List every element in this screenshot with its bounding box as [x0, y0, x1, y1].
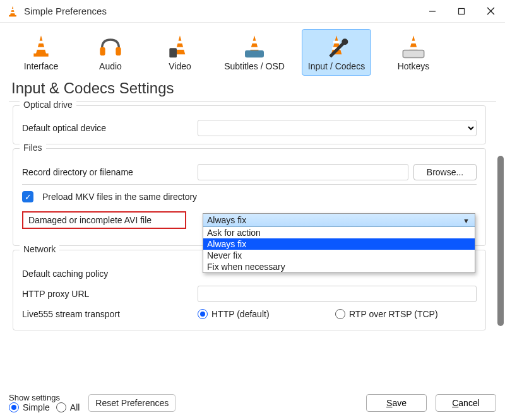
svg-rect-3 — [9, 15, 16, 16]
svg-rect-1 — [11, 8, 15, 9]
avi-file-label: Damaged or incomplete AVI file — [22, 211, 186, 229]
divider — [22, 184, 477, 185]
radio-icon — [335, 309, 345, 319]
category-tabs: Interface Audio Video Subtitles / OSD In… — [0, 23, 505, 76]
group-title: Files — [20, 143, 46, 153]
record-directory-label: Record directory or filename — [22, 167, 193, 177]
audio-icon — [97, 33, 124, 59]
tab-audio[interactable]: Audio — [83, 29, 138, 76]
svg-rect-23 — [333, 41, 340, 44]
show-settings-all-radio[interactable]: All — [56, 402, 80, 412]
group-files: Files Record directory or filename Brows… — [13, 148, 486, 246]
svg-rect-12 — [100, 47, 105, 55]
scrollbar[interactable] — [497, 156, 504, 326]
avi-dropdown-selected[interactable]: Always fix ▼ — [203, 214, 475, 227]
group-title: Optical drive — [20, 100, 76, 110]
tab-video[interactable]: Video — [153, 29, 207, 76]
svg-rect-29 — [403, 50, 424, 58]
divider — [9, 101, 496, 102]
input-codecs-icon — [323, 33, 350, 59]
avi-option-always[interactable]: Always fix — [203, 238, 475, 250]
settings-panel: Optical drive Default optical device Fil… — [0, 105, 505, 330]
live555-rtp-radio[interactable]: RTP over RTSP (TCP) — [335, 309, 438, 319]
chevron-down-icon: ▼ — [463, 217, 470, 225]
avi-file-dropdown[interactable]: Always fix ▼ Ask for action Always fix N… — [203, 213, 475, 273]
interface-icon — [27, 33, 55, 59]
radio-icon — [56, 402, 66, 412]
avi-option-never[interactable]: Never fix — [203, 250, 475, 261]
video-icon — [166, 33, 194, 59]
avi-option-when-necessary[interactable]: Fix when necessary — [203, 261, 475, 272]
svg-rect-17 — [169, 48, 177, 57]
svg-rect-21 — [245, 50, 264, 58]
group-optical-drive: Optical drive Default optical device — [13, 105, 486, 144]
preload-mkv-label: Preload MKV files in the same directory — [42, 192, 197, 202]
subtitles-icon — [241, 33, 268, 59]
titlebar: Simple Preferences — [0, 0, 505, 23]
footer: Show settings Simple All Reset Preferenc… — [0, 393, 505, 416]
tab-label: Subtitles / OSD — [224, 61, 285, 71]
maximize-button[interactable] — [447, 0, 476, 22]
vlc-cone-icon — [6, 5, 19, 18]
svg-rect-11 — [33, 54, 48, 57]
record-directory-input[interactable] — [198, 164, 408, 180]
page-title: Input & Codecs Settings — [0, 76, 505, 100]
tab-input-codecs[interactable]: Input / Codecs — [302, 29, 371, 76]
avi-option-ask[interactable]: Ask for action — [203, 227, 475, 238]
tab-label: Interface — [24, 61, 58, 71]
tab-interface[interactable]: Interface — [14, 29, 68, 76]
svg-point-25 — [342, 38, 348, 45]
radio-icon — [9, 402, 19, 412]
minimize-button[interactable] — [418, 0, 447, 22]
window-title: Simple Preferences — [6, 5, 418, 18]
cancel-button[interactable]: Cancel — [436, 394, 496, 412]
tab-subtitles[interactable]: Subtitles / OSD — [222, 29, 287, 76]
show-settings-simple-radio[interactable]: Simple — [9, 402, 50, 412]
svg-marker-0 — [10, 6, 15, 15]
close-button[interactable] — [476, 0, 505, 22]
browse-button[interactable]: Browse... — [413, 164, 477, 180]
http-proxy-label: HTTP proxy URL — [22, 289, 193, 299]
svg-rect-13 — [116, 47, 121, 55]
svg-rect-10 — [37, 47, 45, 50]
reset-preferences-button[interactable]: Reset Preferences — [88, 394, 175, 412]
svg-rect-9 — [38, 41, 44, 44]
tab-label: Input / Codecs — [308, 61, 365, 71]
svg-rect-19 — [251, 41, 258, 44]
caching-policy-label: Default caching policy — [22, 269, 193, 279]
svg-rect-2 — [11, 11, 15, 13]
group-title: Network — [20, 244, 59, 254]
hotkeys-icon — [400, 33, 427, 59]
show-settings-title: Show settings — [9, 393, 80, 402]
svg-rect-15 — [177, 41, 183, 44]
svg-rect-27 — [410, 41, 417, 44]
window-title-text: Simple Preferences — [24, 6, 107, 16]
http-proxy-input[interactable] — [198, 286, 477, 302]
tab-label: Audio — [99, 61, 122, 71]
svg-rect-16 — [175, 47, 184, 50]
tab-label: Video — [169, 61, 191, 71]
svg-rect-28 — [409, 47, 417, 50]
default-optical-device-select[interactable] — [198, 120, 477, 136]
tab-hotkeys[interactable]: Hotkeys — [386, 29, 441, 76]
svg-rect-20 — [250, 47, 258, 50]
radio-icon — [198, 309, 208, 319]
preload-mkv-checkbox[interactable]: ✓ — [22, 191, 33, 202]
svg-rect-5 — [459, 8, 465, 14]
tab-label: Hotkeys — [398, 61, 430, 71]
live555-http-radio[interactable]: HTTP (default) — [198, 309, 330, 319]
default-optical-device-label: Default optical device — [22, 123, 193, 133]
live555-label: Live555 stream transport — [22, 309, 193, 319]
svg-marker-8 — [36, 35, 47, 54]
save-button[interactable]: Save — [366, 394, 427, 412]
